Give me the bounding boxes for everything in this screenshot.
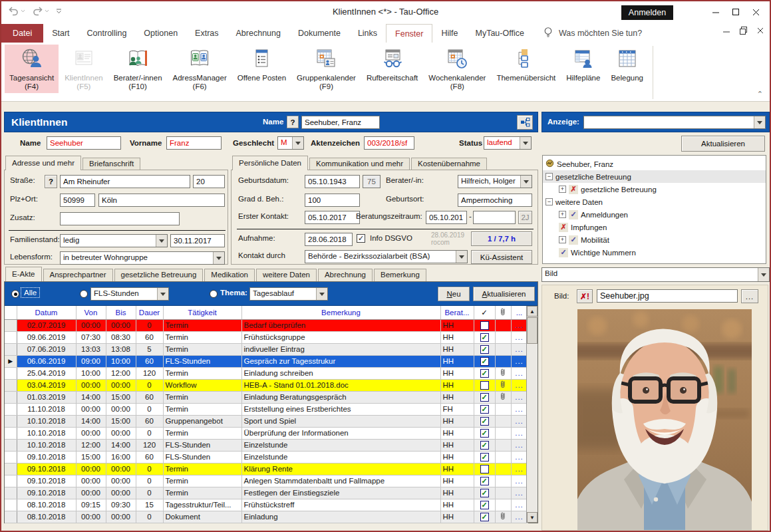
vorname-input[interactable] xyxy=(166,136,222,150)
org-chart-button[interactable] xyxy=(517,115,533,130)
done-checkbox-cell[interactable]: ✓ xyxy=(474,451,495,463)
aufnahme-input[interactable] xyxy=(305,233,353,246)
familienstand-datum-input[interactable] xyxy=(170,234,225,247)
ribbon-button-berater[interactable]: Berater/-innen(F10) xyxy=(109,45,167,93)
done-checkbox[interactable]: ✓ xyxy=(480,453,489,462)
erster-kontakt-input[interactable] xyxy=(305,211,360,224)
plz-input[interactable] xyxy=(60,194,95,207)
done-checkbox-cell[interactable] xyxy=(474,379,495,391)
zeitraum-button[interactable]: 2J xyxy=(518,211,532,224)
kue-assistent-button[interactable]: Kü-Assistent xyxy=(471,250,532,264)
tree-expander-icon[interactable]: − xyxy=(545,173,553,180)
ribbon-button-rufbereitschaft[interactable]: Rufbereitschaft xyxy=(362,45,422,84)
row-more-button[interactable]: ... xyxy=(511,451,528,463)
berater-select[interactable]: Hilfreich, Holger xyxy=(458,175,532,188)
gradbeh-input[interactable] xyxy=(305,194,360,207)
done-checkbox-cell[interactable]: ✓ xyxy=(474,343,495,355)
column-header-10[interactable]: ... xyxy=(511,306,528,319)
eakte-tab-5[interactable]: Abrechnung xyxy=(318,269,373,281)
table-row[interactable]: 02.07.201900:0000:000TerminBedarf überpr… xyxy=(5,319,528,331)
ribbon-button-klientinnen[interactable]: KlientInnen(F5) xyxy=(60,45,108,93)
ribbon-button-tagesansicht[interactable]: Tagesansicht(F4) xyxy=(5,45,59,93)
done-checkbox-cell[interactable]: ✓ xyxy=(474,511,495,523)
table-row[interactable]: 11.10.201800:0000:000TerminErststellung … xyxy=(5,403,528,415)
geburtsdatum-input[interactable] xyxy=(305,175,360,188)
address-tab-1[interactable]: Briefanschrift xyxy=(82,158,140,170)
ribbon-button-hilfeplaene[interactable]: Hilfepläne xyxy=(561,45,605,84)
tree-expander-icon[interactable]: − xyxy=(545,198,553,205)
status-select[interactable]: laufend xyxy=(484,136,532,150)
row-more-button[interactable]: ... xyxy=(511,475,528,487)
ort-input[interactable] xyxy=(98,194,225,207)
row-more-button[interactable]: ... xyxy=(511,355,528,367)
table-row[interactable]: 09.10.201800:0000:000TerminFestlegen der… xyxy=(5,487,528,499)
bild-browse-button[interactable]: ... xyxy=(741,289,758,303)
table-row[interactable]: ▶06.06.201909:0010:0060FLS-StundenGesprä… xyxy=(5,355,528,367)
name-input[interactable] xyxy=(47,136,121,150)
table-row[interactable]: 09.06.201907:3008:3060TerminFrühstücksgr… xyxy=(5,331,528,343)
ribbon-button-themenuebersicht[interactable]: Themenübersicht xyxy=(492,45,560,84)
eakte-tab-2[interactable]: gesetzliche Betreuung xyxy=(114,269,204,281)
table-row[interactable]: 25.04.201910:0012:00120TerminEinladung s… xyxy=(5,367,528,379)
done-checkbox[interactable]: ✓ xyxy=(480,513,489,521)
done-checkbox[interactable]: ✓ xyxy=(480,369,489,378)
filter-thema-select[interactable]: Tagesablauf xyxy=(249,287,328,301)
ribbon-tab-optionen[interactable]: Optionen xyxy=(135,24,186,43)
anzeige-select[interactable]: Eigenschaften KlientInnen xyxy=(583,116,766,129)
row-more-button[interactable]: ... xyxy=(511,391,528,403)
anmelden-button[interactable]: Anmelden xyxy=(621,5,673,20)
column-header-9[interactable] xyxy=(495,306,511,319)
done-checkbox-cell[interactable]: ✓ xyxy=(474,355,495,367)
eakte-tab-1[interactable]: Ansprechpartner xyxy=(43,269,113,281)
address-tab-0[interactable]: Adresse und mehr xyxy=(5,156,81,170)
ribbon-button-gruppenkalender[interactable]: Gruppenkalender(F9) xyxy=(292,45,361,93)
row-more-button[interactable]: ... xyxy=(511,415,528,427)
tree-item[interactable]: Seehuber, Franz xyxy=(543,158,766,170)
filter-thema-radio[interactable] xyxy=(210,290,218,298)
child-restore-button[interactable] xyxy=(740,27,748,36)
filter-fls-radio[interactable] xyxy=(80,290,88,298)
column-header-8[interactable]: ✓ xyxy=(474,306,495,319)
personal-tab-1[interactable]: Kommunikation und mehr xyxy=(309,158,410,170)
eakte-tab-4[interactable]: weitere Daten xyxy=(256,269,317,281)
header-name-input[interactable] xyxy=(301,116,380,129)
row-more-button[interactable]: ... xyxy=(511,403,528,415)
tree-item[interactable]: +✓Anmeldungen xyxy=(543,208,766,221)
tree-expander-icon[interactable]: + xyxy=(559,211,566,218)
strasse-help-button[interactable]: ? xyxy=(45,175,57,188)
done-checkbox-cell[interactable]: ✓ xyxy=(474,367,495,379)
column-header-3[interactable]: Bis xyxy=(106,306,136,319)
tree-item[interactable]: ✓Wichtige Nummern xyxy=(543,246,766,259)
geschlecht-select[interactable]: M xyxy=(277,136,304,150)
column-header-5[interactable]: Tätigkeit xyxy=(163,306,241,319)
tree-expander-icon[interactable]: + xyxy=(559,186,566,193)
collapse-ribbon-icon[interactable]: ⌃ xyxy=(757,90,763,98)
ribbon-tab-datei[interactable]: Datei xyxy=(1,24,43,43)
aktualisieren-button[interactable]: Aktualisieren xyxy=(473,287,535,301)
bild-file-input[interactable] xyxy=(597,289,738,303)
done-checkbox-cell[interactable]: ✓ xyxy=(474,487,495,499)
table-row[interactable]: 09.10.201800:0000:000TerminKlärung Rente… xyxy=(5,463,528,475)
tree-item[interactable]: +✗gesetzliche Betreuung xyxy=(543,183,766,196)
tree-item[interactable]: +✓Mobilität xyxy=(543,233,766,246)
ribbon-button-adressmanager[interactable]: AdressManager(F6) xyxy=(168,45,231,93)
scroll-up-icon[interactable]: ▲ xyxy=(527,306,538,317)
aktenzeichen-input[interactable] xyxy=(364,136,414,150)
zeitraum-von-input[interactable] xyxy=(426,211,467,224)
table-row[interactable]: 09.10.201815:0016:0060FLS-StundenEinzels… xyxy=(5,451,528,463)
done-checkbox[interactable]: ✓ xyxy=(480,477,489,485)
filter-alle-radio[interactable] xyxy=(11,290,19,298)
row-more-button[interactable]: ... xyxy=(511,463,528,475)
hausnr-input[interactable] xyxy=(193,175,225,188)
table-row[interactable]: 08.10.201800:0000:000DokumentEinladungHH… xyxy=(5,511,528,523)
done-checkbox-cell[interactable]: ✓ xyxy=(474,415,495,427)
table-row[interactable]: 10.10.201812:0014:00120FLS-StundenEinzel… xyxy=(5,439,528,451)
row-more-button[interactable]: ... xyxy=(511,343,528,355)
ribbon-tab-fenster[interactable]: Fenster xyxy=(386,24,432,43)
tree-expander-icon[interactable]: + xyxy=(559,236,566,243)
done-checkbox-cell[interactable]: ✓ xyxy=(474,403,495,415)
ribbon-tab-mytau-office[interactable]: MyTau-Office xyxy=(466,24,532,43)
done-checkbox-cell[interactable]: ✓ xyxy=(474,331,495,343)
done-checkbox[interactable] xyxy=(480,381,489,390)
ribbon-tab-controlling[interactable]: Controlling xyxy=(78,24,136,43)
